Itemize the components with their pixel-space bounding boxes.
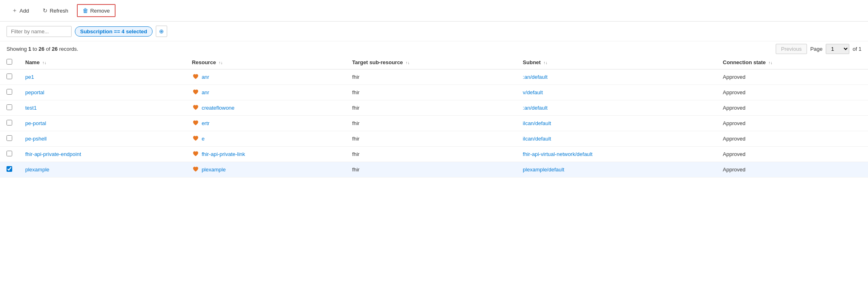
health-icon [192,134,199,143]
health-icon [192,73,199,81]
row-target: fhir [346,131,517,147]
resource-sort-icon: ↑↓ [219,61,223,65]
health-icon [192,150,199,158]
record-count: Showing 1 to 26 of 26 records. [7,46,78,52]
row-name-link[interactable]: plexample [25,167,49,173]
target-sort-icon: ↑↓ [406,61,410,65]
table-row: pe-pshell efhirilcan/defaultApproved [0,131,868,147]
of-label: of 1 [853,46,861,52]
row-connection: Approved [716,131,868,147]
row-checkbox[interactable] [7,151,12,156]
row-target: fhir [346,116,517,131]
row-target: fhir [346,100,517,116]
table-row: test1 createflowonefhir:an/defaultApprov… [0,100,868,116]
filter-bar: Subscription == 4 selected ⊕ [0,22,868,41]
row-checkbox[interactable] [7,104,12,110]
resource-cell: createflowone [192,104,339,112]
row-target: fhir [346,69,517,85]
name-sort-icon: ↑↓ [42,61,46,65]
add-filter-button[interactable]: ⊕ [156,26,167,37]
row-checkbox[interactable] [7,89,12,95]
row-name-link[interactable]: test1 [25,105,37,111]
row-resource-link[interactable]: plexample [202,167,226,173]
table-header-row: Name ↑↓ Resource ↑↓ Target sub-resource … [0,56,868,69]
col-resource[interactable]: Resource ↑↓ [185,56,346,69]
resource-cell: ertr [192,119,339,128]
page-select[interactable]: 1 [826,44,849,54]
connection-sort-icon: ↑↓ [768,61,772,65]
resource-cell: anr [192,88,339,97]
table-row: peportal anrfhirv/defaultApproved [0,85,868,100]
refresh-button[interactable]: ↻ Refresh [37,4,74,17]
resource-cell: anr [192,73,339,81]
previous-button[interactable]: Previous [776,44,807,54]
col-target[interactable]: Target sub-resource ↑↓ [346,56,517,69]
row-checkbox[interactable] [7,74,12,79]
row-connection: Approved [716,100,868,116]
row-target: fhir [346,162,517,177]
row-resource-link[interactable]: fhir-api-private-link [202,151,245,157]
row-target: fhir [346,147,517,162]
add-filter-icon: ⊕ [159,28,164,35]
plus-icon: ＋ [12,7,17,14]
col-name[interactable]: Name ↑↓ [19,56,185,69]
resource-cell: fhir-api-private-link [192,150,339,158]
row-resource-link[interactable]: createflowone [202,105,235,111]
table-row: fhir-api-private-endpoint fhir-api-priva… [0,147,868,162]
pagination: Previous Page 1 of 1 [776,44,861,54]
col-connection[interactable]: Connection state ↑↓ [716,56,868,69]
health-icon [192,165,199,174]
row-target: fhir [346,85,517,100]
row-connection: Approved [716,147,868,162]
health-icon [192,88,199,97]
row-name-link[interactable]: fhir-api-private-endpoint [25,151,81,157]
row-name-link[interactable]: pe-pshell [25,136,47,142]
remove-button[interactable]: 🗑 Remove [77,4,116,17]
row-connection: Approved [716,85,868,100]
row-connection: Approved [716,116,868,131]
health-icon [192,119,199,128]
row-resource-link[interactable]: anr [202,74,209,80]
filter-input[interactable] [7,26,72,37]
subnet-sort-icon: ↑↓ [543,61,547,65]
row-subnet-link[interactable]: :an/default [523,74,547,80]
data-table: Name ↑↓ Resource ↑↓ Target sub-resource … [0,56,868,177]
row-name-link[interactable]: pe1 [25,74,34,80]
table-row: plexample plexamplefhirplexample/default… [0,162,868,177]
row-subnet-link[interactable]: :an/default [523,105,547,111]
table-info: Showing 1 to 26 of 26 records. Previous … [0,41,868,56]
row-checkbox[interactable] [7,120,12,126]
row-resource-link[interactable]: ertr [202,120,210,126]
resource-cell: e [192,134,339,143]
row-resource-link[interactable]: e [202,136,205,142]
select-all-header[interactable] [0,56,19,69]
trash-icon: 🗑 [83,7,88,14]
row-subnet-link[interactable]: v/default [523,89,543,95]
select-all-checkbox[interactable] [7,59,12,65]
health-icon [192,104,199,112]
refresh-icon: ↻ [43,7,48,14]
row-name-link[interactable]: pe-portal [25,120,46,126]
row-connection: Approved [716,162,868,177]
table-row: pe1 anrfhir:an/defaultApproved [0,69,868,85]
add-button[interactable]: ＋ Add [7,4,34,17]
subscription-filter-badge[interactable]: Subscription == 4 selected [75,26,153,37]
row-connection: Approved [716,69,868,85]
toolbar: ＋ Add ↻ Refresh 🗑 Remove [0,0,868,22]
row-checkbox[interactable] [7,135,12,141]
col-subnet[interactable]: Subnet ↑↓ [516,56,716,69]
row-name-link[interactable]: peportal [25,89,44,95]
table-row: pe-portal ertrfhirilcan/defaultApproved [0,116,868,131]
row-resource-link[interactable]: anr [202,89,209,95]
row-subnet-link[interactable]: plexample/default [523,167,564,173]
row-subnet-link[interactable]: fhir-api-virtual-network/default [523,151,592,157]
row-subnet-link[interactable]: ilcan/default [523,136,551,142]
resource-cell: plexample [192,165,339,174]
row-subnet-link[interactable]: ilcan/default [523,120,551,126]
page-label: Page [810,46,822,52]
row-checkbox[interactable] [7,166,12,172]
